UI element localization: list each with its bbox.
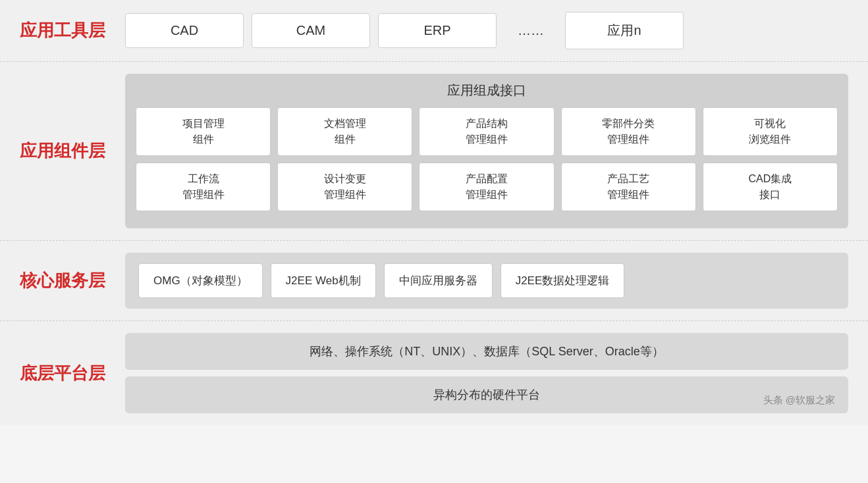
comp-workflow: 工作流管理组件 bbox=[136, 163, 271, 211]
service-j2ee-data: J2EE数据处理逻辑 bbox=[501, 263, 625, 298]
platform-section: 网络、操作系统（NT、UNIX）、数据库（SQL Server、Oracle等）… bbox=[125, 333, 848, 413]
comp-proj-mgmt: 项目管理组件 bbox=[136, 107, 271, 156]
comp-part-class: 零部件分类管理组件 bbox=[561, 107, 696, 156]
component-section: 应用组成接口 项目管理组件 文档管理组件 产品结构管理组件 零部件分类管理组件 … bbox=[125, 74, 848, 228]
platform-os-text: 网络、操作系统（NT、UNIX）、数据库（SQL Server、Oracle等） bbox=[310, 345, 663, 358]
service-layer-row: 核心服务层 OMG（对象模型） J2EE Web机制 中间应用服务器 J2EE数… bbox=[0, 241, 868, 321]
comp-prod-struct: 产品结构管理组件 bbox=[419, 107, 554, 156]
component-layer-content: 应用组成接口 项目管理组件 文档管理组件 产品结构管理组件 零部件分类管理组件 … bbox=[125, 74, 848, 228]
tool-layer-label: 应用工具层 bbox=[20, 19, 125, 42]
component-layer-label: 应用组件层 bbox=[20, 140, 125, 163]
service-omg: OMG（对象模型） bbox=[138, 263, 263, 298]
tool-appn: 应用n bbox=[565, 12, 684, 49]
service-layer-content: OMG（对象模型） J2EE Web机制 中间应用服务器 J2EE数据处理逻辑 bbox=[125, 253, 848, 309]
platform-hardware-text: 异构分布的硬件平台 bbox=[433, 387, 540, 403]
watermark: 头条 @软服之家 bbox=[763, 394, 835, 407]
tool-cam: CAM bbox=[252, 13, 370, 48]
service-section: OMG（对象模型） J2EE Web机制 中间应用服务器 J2EE数据处理逻辑 bbox=[125, 253, 848, 309]
platform-layer-content: 网络、操作系统（NT、UNIX）、数据库（SQL Server、Oracle等）… bbox=[125, 333, 848, 413]
tool-boxes: CAD CAM ERP …… 应用n bbox=[125, 12, 848, 49]
service-layer-label: 核心服务层 bbox=[20, 269, 125, 292]
platform-os: 网络、操作系统（NT、UNIX）、数据库（SQL Server、Oracle等） bbox=[125, 333, 848, 370]
comp-prod-process: 产品工艺管理组件 bbox=[561, 163, 696, 211]
comp-visual: 可视化浏览组件 bbox=[703, 107, 838, 156]
tool-layer-row: 应用工具层 CAD CAM ERP …… 应用n bbox=[0, 0, 868, 62]
component-row2: 工作流管理组件 设计变更管理组件 产品配置管理组件 产品工艺管理组件 CAD集成… bbox=[136, 163, 838, 211]
tool-erp: ERP bbox=[378, 13, 497, 48]
platform-hardware: 异构分布的硬件平台 头条 @软服之家 bbox=[125, 376, 848, 413]
service-j2ee-web: J2EE Web机制 bbox=[271, 263, 376, 298]
platform-layer-label: 底层平台层 bbox=[20, 362, 125, 385]
platform-layer-row: 底层平台层 网络、操作系统（NT、UNIX）、数据库（SQL Server、Or… bbox=[0, 321, 868, 425]
tool-layer-content: CAD CAM ERP …… 应用n bbox=[125, 12, 848, 49]
tool-dots: …… bbox=[504, 14, 557, 47]
component-header: 应用组成接口 bbox=[136, 82, 838, 99]
comp-design-change: 设计变更管理组件 bbox=[277, 163, 412, 211]
comp-doc-mgmt: 文档管理组件 bbox=[277, 107, 412, 156]
component-layer-row: 应用组件层 应用组成接口 项目管理组件 文档管理组件 产品结构管理组件 零部件分… bbox=[0, 62, 868, 241]
comp-cad-integ: CAD集成接口 bbox=[703, 163, 838, 211]
component-row1: 项目管理组件 文档管理组件 产品结构管理组件 零部件分类管理组件 可视化浏览组件 bbox=[136, 107, 838, 156]
main-container: 应用工具层 CAD CAM ERP …… 应用n 应用组件层 应用组成接口 项目… bbox=[0, 0, 868, 425]
service-middleware: 中间应用服务器 bbox=[384, 263, 493, 298]
tool-cad: CAD bbox=[125, 13, 244, 48]
comp-prod-config: 产品配置管理组件 bbox=[419, 163, 554, 211]
